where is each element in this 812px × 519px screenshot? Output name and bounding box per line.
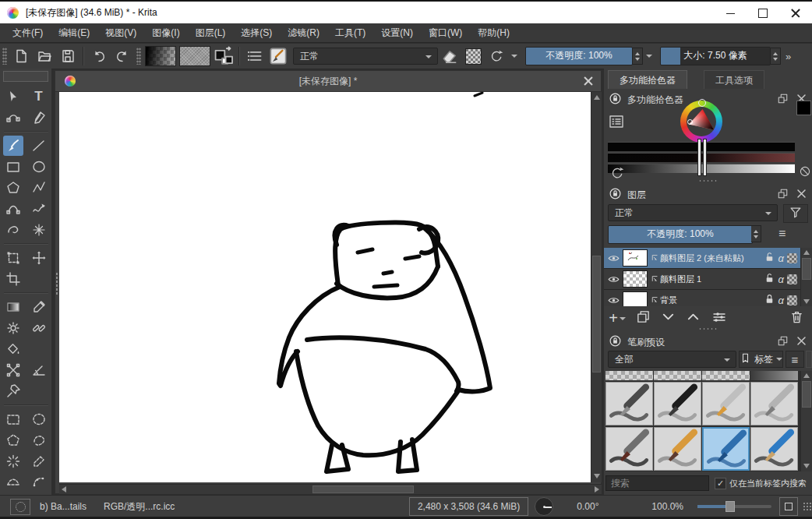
brush-scroll-thumb[interactable] — [802, 381, 811, 408]
float-docker-icon[interactable] — [777, 188, 789, 202]
maximize-button[interactable] — [747, 3, 779, 23]
add-layer-button[interactable]: + — [604, 309, 630, 327]
brush-preset-ink-pen-dark[interactable] — [605, 382, 653, 425]
brush-filter-dropdown[interactable]: 全部 — [608, 351, 736, 368]
tool-multibrush[interactable] — [29, 220, 49, 240]
docker-lock-icon[interactable] — [609, 334, 622, 350]
no-color-icon[interactable] — [799, 165, 811, 181]
new-document-button[interactable] — [9, 45, 33, 67]
brush-preset-paintbrush-dark[interactable] — [605, 427, 653, 471]
brush-preset-paintbrush-orange[interactable] — [654, 427, 701, 471]
toolbox-splitter-handle[interactable] — [55, 272, 58, 295]
search-current-tag-checkbox[interactable]: ✓ — [715, 478, 726, 489]
gradient-swatch-button[interactable] — [145, 46, 176, 66]
layer-visibility-icon[interactable] — [604, 294, 623, 307]
tool-ellipse[interactable] — [29, 157, 49, 177]
tool-assistants[interactable] — [3, 360, 23, 380]
tool-fill[interactable] — [3, 339, 23, 359]
inherit-alpha-icon[interactable]: α — [778, 252, 784, 264]
save-button[interactable] — [56, 45, 79, 67]
tab-advanced-color-selector[interactable]: 多功能拾色器 — [608, 70, 687, 89]
brush-preset-partial[interactable] — [750, 371, 798, 380]
gradient-bar-handle[interactable] — [698, 139, 701, 175]
vertical-scroll-thumb[interactable] — [592, 256, 601, 372]
minimize-button[interactable] — [714, 3, 747, 23]
hue-ring[interactable] — [680, 101, 722, 143]
tool-color-sampler[interactable] — [29, 297, 49, 317]
preserve-alpha-button[interactable] — [461, 45, 485, 67]
color-selector-settings-button[interactable] — [609, 114, 624, 132]
layer-visibility-icon[interactable] — [604, 273, 623, 286]
tool-select-similar-color[interactable] — [29, 451, 49, 471]
opacity-spinner[interactable] — [633, 48, 643, 65]
tool-bezier-curve[interactable] — [3, 199, 23, 219]
duplicate-layer-button[interactable] — [630, 309, 655, 327]
swap-fg-bg-colors-button[interactable] — [212, 45, 235, 67]
blending-mode-dropdown[interactable]: 正常 — [293, 48, 438, 65]
tool-select-polygonal[interactable] — [3, 430, 23, 450]
brush-tag-button[interactable]: 标签 — [739, 351, 783, 368]
tool-measure[interactable] — [29, 360, 49, 380]
hue-gradient-bar[interactable] — [608, 153, 795, 162]
opacity-options-dropdown[interactable] — [643, 46, 655, 66]
float-docker-icon[interactable] — [777, 93, 789, 107]
menu-tools[interactable]: 工具(T) — [327, 23, 373, 43]
tool-edit-shapes[interactable] — [3, 108, 23, 128]
tool-select-shapes[interactable] — [3, 86, 23, 107]
delete-layer-button[interactable] — [781, 309, 812, 327]
tool-gradient[interactable] — [3, 297, 23, 317]
refresh-colors-icon[interactable] — [610, 166, 625, 184]
menu-select[interactable]: 选择(S) — [233, 23, 280, 43]
toolbox-header-handle[interactable] — [3, 71, 48, 82]
tool-select-contiguous[interactable] — [3, 451, 23, 471]
current-color-swatch[interactable] — [796, 101, 811, 115]
tool-pattern-edit[interactable] — [3, 318, 23, 338]
close-button[interactable] — [779, 3, 812, 23]
canvas-close-icon[interactable] — [584, 76, 593, 86]
brush-grid-scrollbar[interactable] — [800, 371, 812, 471]
brush-view-mode-button[interactable] — [806, 351, 812, 368]
brush-preset-pencil-blue[interactable] — [750, 427, 798, 471]
selection-mode-button[interactable] — [10, 499, 30, 515]
tool-select-elliptical[interactable] — [29, 409, 49, 429]
rotation-dial-icon[interactable] — [535, 497, 553, 516]
move-layer-up-button[interactable] — [680, 309, 705, 327]
inherit-alpha-icon[interactable]: α — [778, 274, 784, 285]
docker-lock-icon[interactable] — [609, 92, 622, 108]
gradient-bar-handle[interactable] — [704, 139, 706, 175]
docker-splitter-handle[interactable] — [698, 179, 718, 182]
brush-preset-watercolor-brush-blue[interactable] — [702, 427, 750, 471]
toolbar-overflow-chevron[interactable]: » — [786, 51, 789, 62]
menu-layer[interactable]: 图层(L) — [188, 23, 234, 43]
close-docker-icon[interactable] — [796, 188, 807, 202]
brush-search-input[interactable] — [605, 475, 709, 491]
menu-help[interactable]: 帮助(H) — [470, 23, 517, 43]
brush-size-slider[interactable]: 大小: 7.50 像素 — [660, 47, 771, 65]
tool-dynamic-brush[interactable] — [3, 220, 23, 240]
tool-crop[interactable] — [3, 269, 23, 289]
layer-visibility-icon[interactable] — [604, 252, 623, 265]
brush-preset-partial[interactable] — [605, 371, 653, 380]
layer-row[interactable]: 颜料图层 2 (来自粘贴) α — [604, 248, 800, 269]
inherit-alpha-icon[interactable]: α — [778, 295, 784, 306]
tab-tool-options[interactable]: 工具选项 — [704, 70, 764, 89]
layer-opacity-spinner[interactable] — [751, 225, 761, 242]
value-gradient-bar[interactable] — [608, 164, 795, 173]
canvas-horizontal-scrollbar[interactable] — [59, 484, 602, 494]
tool-select-freehand[interactable] — [29, 430, 49, 450]
tool-smart-patch[interactable] — [29, 318, 49, 338]
menu-window[interactable]: 窗口(W) — [421, 23, 470, 43]
hue-handle[interactable] — [698, 99, 706, 107]
zoom-to-fit-button[interactable] — [779, 497, 798, 516]
tool-freehand-path[interactable] — [29, 199, 49, 219]
toolbar-drag-handle[interactable] — [2, 48, 7, 65]
layer-row[interactable]: 颜料图层 1 α — [604, 269, 800, 290]
layer-list-scrollbar[interactable] — [800, 248, 812, 306]
canvas-vertical-scrollbar[interactable] — [591, 92, 602, 482]
menu-filter[interactable]: 滤镜(R) — [280, 23, 327, 43]
tool-transform[interactable] — [3, 248, 23, 268]
alpha-lock-icon[interactable] — [787, 274, 797, 284]
tool-select-magnetic[interactable] — [29, 472, 49, 493]
menu-view[interactable]: 视图(V) — [97, 23, 144, 43]
alpha-lock-icon[interactable] — [787, 295, 797, 305]
